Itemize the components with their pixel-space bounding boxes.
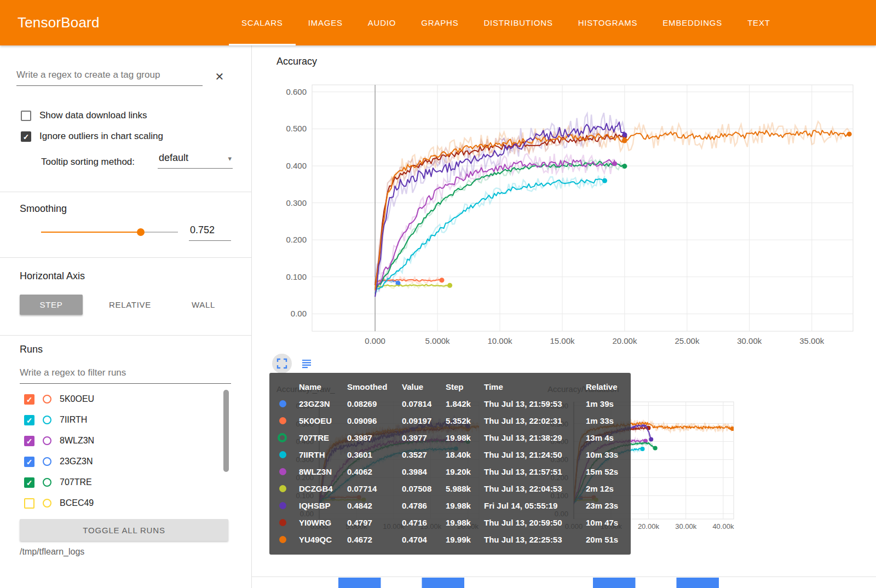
slider-fill: [41, 232, 141, 233]
tooltip-cell-time: Thu Jul 13, 21:24:50: [484, 446, 586, 463]
slider-knob[interactable]: [137, 228, 145, 236]
toggle-all-runs-button[interactable]: TOGGLE ALL RUNS: [20, 519, 228, 541]
run-radio[interactable]: [43, 457, 51, 466]
tooltip-cell-smoothed: 0.4842: [347, 497, 402, 514]
tooltip-sorting-label: Tooltip sorting method:: [41, 157, 135, 168]
run-checkbox[interactable]: ✓: [24, 436, 34, 446]
tab-scalars[interactable]: SCALARS: [229, 0, 296, 45]
checkbox[interactable]: ✓: [21, 131, 31, 142]
tooltip-cell-relative: 1m 33s: [586, 412, 622, 429]
run-row[interactable]: ✓8WLZ3N: [24, 430, 219, 451]
run-checkbox[interactable]: ✓: [24, 394, 34, 405]
smoothing-label: Smoothing: [20, 203, 67, 215]
tooltip-cell-time: Thu Jul 13, 22:02:31: [484, 412, 586, 429]
chart-tooltip: NameSmoothedValueStepTimeRelative23GZ3N0…: [269, 373, 631, 555]
divider: [0, 257, 251, 258]
tag-regex-input[interactable]: [16, 67, 203, 86]
tooltip-col-time: Time: [484, 378, 586, 395]
accuracy-chart[interactable]: 0.000.1000.2000.3000.4000.5000.6000.0005…: [252, 71, 876, 356]
tooltip-row-swatch: [277, 446, 299, 463]
run-checkbox[interactable]: [24, 498, 34, 509]
svg-text:30.00k: 30.00k: [737, 336, 762, 345]
tooltip-col-smoothed: Smoothed: [347, 378, 402, 395]
tooltip-row-swatch: [277, 480, 299, 497]
run-radio[interactable]: [43, 395, 51, 403]
svg-text:0.400: 0.400: [286, 161, 307, 170]
tooltip-cell-relative: 10m 47s: [586, 514, 622, 531]
tooltip-cell-step: 19.20k: [446, 463, 484, 480]
run-checkbox[interactable]: ✓: [24, 477, 34, 488]
tooltip-cell-value: 0.3977: [402, 429, 446, 446]
run-row[interactable]: ✓7IIRTH: [24, 410, 219, 430]
chart-menu-button[interactable]: [297, 354, 316, 373]
runs-scrollbar[interactable]: [223, 390, 229, 472]
close-icon[interactable]: ✕: [211, 68, 228, 85]
checkbox[interactable]: [21, 111, 31, 121]
settings-options: Show data download links✓Ignore outliers…: [21, 108, 163, 143]
tab-graphs[interactable]: GRAPHS: [408, 0, 471, 45]
chevron-down-icon: ▾: [228, 154, 232, 163]
svg-text:40.00k: 40.00k: [712, 522, 734, 531]
tooltip-cell-value: 0.09197: [402, 412, 446, 429]
run-checkbox[interactable]: ✓: [24, 457, 34, 467]
checkbox-label: Ignore outliers in chart scaling: [39, 131, 163, 142]
tooltip-cell-step: 5.988k: [446, 480, 484, 497]
svg-text:0.100: 0.100: [286, 272, 307, 281]
tab-audio[interactable]: AUDIO: [355, 0, 409, 45]
axis-button-wall[interactable]: WALL: [177, 295, 229, 315]
tooltip-cell-name: DCZGB4: [299, 480, 347, 497]
tooltip-cell-step: 18.40k: [446, 446, 484, 463]
tooltip-cell-name: YI0WRG: [299, 514, 347, 531]
run-radio[interactable]: [43, 499, 51, 508]
tooltip-cell-time: Thu Jul 13, 21:59:53: [484, 395, 586, 412]
smoothing-value-input[interactable]: [189, 223, 231, 241]
tooltip-cell-relative: 15m 52s: [586, 463, 622, 480]
run-color-dot: [279, 468, 286, 475]
run-checkbox[interactable]: ✓: [24, 415, 34, 425]
content: Accuracy 0.000.1000.2000.3000.4000.5000.…: [252, 45, 876, 588]
tooltip-cell-time: Thu Jul 13, 22:04:53: [484, 480, 586, 497]
expand-chart-button[interactable]: [272, 354, 292, 373]
tab-distributions[interactable]: DISTRIBUTIONS: [471, 0, 565, 45]
runs-filter-input[interactable]: [20, 366, 231, 384]
tooltip-sorting-dropdown[interactable]: default ▾: [158, 151, 233, 169]
smoothing-slider[interactable]: [41, 232, 178, 233]
tab-histograms[interactable]: HISTOGRAMS: [566, 0, 650, 45]
settings-option-row: Show data download links: [21, 108, 163, 123]
tooltip-cell-value: 0.4716: [402, 514, 446, 531]
axis-button-step[interactable]: STEP: [20, 295, 83, 315]
tooltip-cell-value: 0.4786: [402, 497, 446, 514]
tooltip-cell-smoothed: 0.09096: [347, 412, 402, 429]
tooltip-cell-smoothed: 0.07714: [347, 480, 402, 497]
tooltip-row-swatch: [277, 514, 299, 531]
log-directory: /tmp/tflearn_logs: [20, 547, 84, 557]
svg-text:15.00k: 15.00k: [550, 336, 575, 345]
main-nav: SCALARSIMAGESAUDIOGRAPHSDISTRIBUTIONSHIS…: [229, 0, 783, 45]
run-row[interactable]: ✓5K0OEU: [24, 389, 219, 410]
tab-embeddings[interactable]: EMBEDDINGS: [650, 0, 735, 45]
menu-icon: [275, 558, 527, 588]
run-row[interactable]: ✓707TRE: [24, 472, 219, 493]
tooltip-cell-step: 1.842k: [446, 395, 484, 412]
run-color-dot: [279, 519, 286, 526]
tooltip-cell-name: 8WLZ3N: [299, 463, 347, 480]
tooltip-cell-relative: 13m 4s: [586, 429, 622, 446]
divider: [0, 335, 251, 336]
tooltip-row-swatch: [277, 497, 299, 514]
run-row[interactable]: ✓23GZ3N: [24, 451, 219, 472]
tooltip-cell-smoothed: 0.08269: [347, 395, 402, 412]
axis-button-relative[interactable]: RELATIVE: [95, 295, 165, 315]
settings-option-row: ✓Ignore outliers in chart scaling: [21, 129, 163, 143]
tooltip-col-step: Step: [446, 378, 484, 395]
run-row[interactable]: ✓: [24, 514, 219, 518]
run-color-dot: [279, 451, 286, 458]
run-radio[interactable]: [43, 436, 51, 445]
run-radio[interactable]: [43, 416, 51, 424]
tooltip-cell-relative: 2m 12s: [586, 480, 622, 497]
run-row[interactable]: BCEC49: [24, 493, 219, 514]
tooltip-row-swatch: [277, 429, 299, 446]
tab-text[interactable]: TEXT: [735, 0, 783, 45]
checkbox-label: Show data download links: [39, 110, 147, 121]
tab-images[interactable]: IMAGES: [296, 0, 355, 45]
run-radio[interactable]: [43, 478, 51, 487]
